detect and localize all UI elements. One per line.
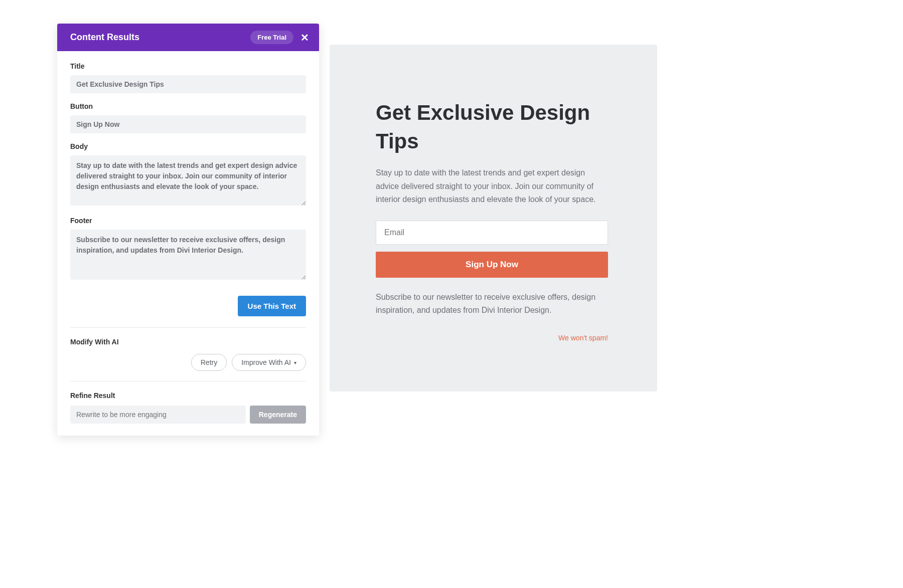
title-input[interactable] (70, 75, 306, 93)
body-label: Body (70, 142, 306, 150)
content-results-panel: Content Results Free Trial ✕ Title Butto… (57, 24, 319, 436)
refine-row: Regenerate (70, 406, 306, 424)
use-text-row: Use This Text (70, 296, 306, 328)
no-spam-text: We won't spam! (376, 334, 608, 342)
regenerate-button[interactable]: Regenerate (250, 406, 306, 424)
refine-input[interactable] (70, 406, 246, 424)
footer-label: Footer (70, 217, 306, 225)
footer-textarea[interactable] (70, 230, 306, 280)
body-textarea[interactable] (70, 155, 306, 206)
title-label: Title (70, 62, 306, 70)
header-right: Free Trial ✕ (250, 31, 309, 44)
button-input[interactable] (70, 115, 306, 133)
preview-body: Stay up to date with the latest trends a… (376, 166, 608, 206)
email-field[interactable] (376, 221, 608, 245)
preview-title: Get Exclusive Design Tips (376, 99, 608, 155)
chevron-down-icon: ▾ (294, 360, 296, 365)
panel-title: Content Results (70, 32, 139, 43)
panel-body: Title Button Body Footer Use This Text M… (57, 51, 319, 436)
modify-row: Retry Improve With AI ▾ (70, 354, 306, 381)
panel-header: Content Results Free Trial ✕ (57, 24, 319, 51)
button-label: Button (70, 102, 306, 110)
use-this-text-button[interactable]: Use This Text (238, 296, 306, 316)
retry-button[interactable]: Retry (191, 354, 227, 371)
free-trial-button[interactable]: Free Trial (250, 31, 293, 44)
refine-label: Refine Result (70, 391, 306, 400)
improve-with-ai-button[interactable]: Improve With AI ▾ (232, 354, 306, 371)
preview-footer: Subscribe to our newsletter to receive e… (376, 291, 608, 317)
improve-label: Improve With AI (241, 358, 291, 366)
signup-button[interactable]: Sign Up Now (376, 252, 608, 278)
modify-label: Modify With AI (70, 338, 306, 346)
close-icon[interactable]: ✕ (300, 33, 309, 43)
preview-pane: Get Exclusive Design Tips Stay up to dat… (330, 45, 657, 391)
